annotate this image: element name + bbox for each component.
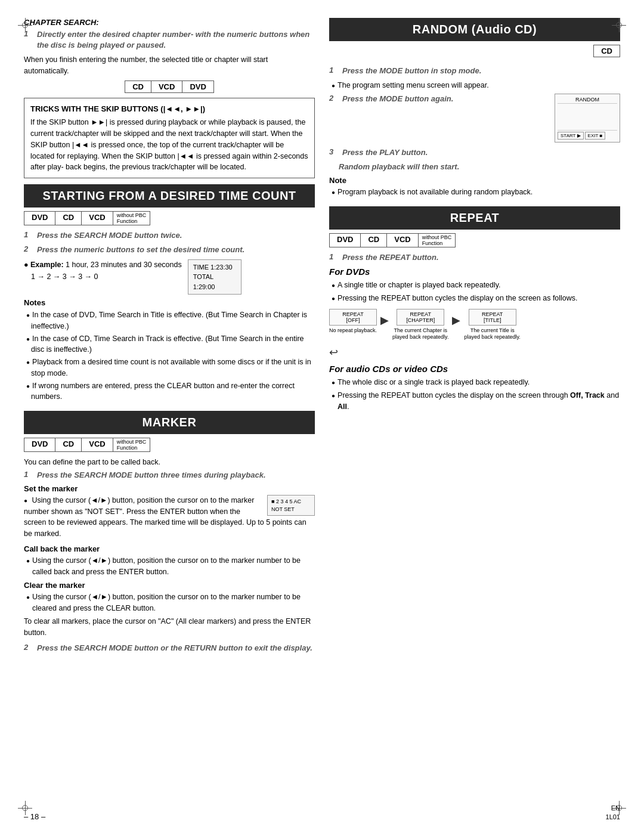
for-audio-bullet-1: The whole disc or a single track is play… <box>329 377 620 388</box>
starting-badge-dvd: DVD <box>24 212 55 225</box>
random-screen-footer: START ▶ EXIT ■ <box>558 130 617 140</box>
random-screen-box: RANDOM START ▶ EXIT ■ <box>555 94 620 143</box>
set-marker-title: Set the marker <box>24 484 315 493</box>
marker-badges: DVD CD VCD without PBC Function <box>24 438 150 452</box>
random-exit-btn: EXIT ■ <box>585 132 606 140</box>
random-badge-container: CD <box>329 45 620 62</box>
repeat-arrow-2: ▶ <box>452 314 460 327</box>
starting-badge-cd: CD <box>55 212 82 225</box>
random-step2-row: 2 Press the MODE button again. RANDOM ST… <box>329 94 620 143</box>
repeat-badge-pbc: without PBC Function <box>419 234 456 247</box>
for-audio-bullet-2: Pressing the REPEAT button cycles the di… <box>329 390 620 413</box>
marker-badge-pbc: without PBC Function <box>113 438 150 451</box>
badge-vcd: VCD <box>151 81 182 92</box>
badge-cd: CD <box>125 81 151 92</box>
note-2: In the case of CD, Time Search in Track … <box>24 333 315 356</box>
call-back-text: Using the cursor (◄/►) button, position … <box>24 555 315 578</box>
random-screen-body <box>558 105 617 129</box>
starting-section: STARTING FROM A DESIRED TIME COUNT DVD C… <box>24 184 315 402</box>
tricks-title: TRICKS WITH THE SKIP BUTTONS (|◄◄, ►►|) <box>30 103 308 115</box>
repeat-title-label: The current Title isplayed back repeated… <box>464 327 520 341</box>
left-column: CHAPTER SEARCH: 1 Directly enter the des… <box>24 18 315 660</box>
repeat-back-arrow-row: ↩ <box>329 346 620 359</box>
for-audio-title: For audio CDs or video CDs <box>329 364 620 374</box>
marker-header: MARKER <box>24 411 315 434</box>
clear-title: Clear the marker <box>24 581 315 590</box>
repeat-title-wrap: REPEAT [TITLE] The current Title isplaye… <box>464 309 520 341</box>
starting-badges: DVD CD VCD without PBC Function <box>24 211 150 225</box>
marker-step-1: 1 Press the SEARCH MODE button three tim… <box>24 470 315 481</box>
starting-step-2: 2 Press the numeric buttons to set the d… <box>24 244 315 255</box>
page: CHAPTER SEARCH: 1 Directly enter the des… <box>0 0 644 833</box>
marker-screen-box: ■ 2 3 4 5 AC NOT SET <box>267 495 315 516</box>
repeat-arrow-1: ▶ <box>380 314 389 327</box>
chapter-search-block: CHAPTER SEARCH: 1 Directly enter the des… <box>24 18 315 178</box>
for-dvds-bullet-2: Pressing the REPEAT button cycles the di… <box>329 293 620 304</box>
for-dvds-title: For DVDs <box>329 267 620 277</box>
note-3: Playback from a desired time count is no… <box>24 357 315 379</box>
random-note-program: Program playback is not available during… <box>329 187 620 198</box>
repeat-off-label: No repeat playback. <box>329 327 377 335</box>
repeat-back-arrow: ↩ <box>329 346 338 359</box>
starting-badge-vcd: VCD <box>82 212 113 225</box>
marker-badge-cd: CD <box>55 438 82 451</box>
right-column: RANDOM (Audio CD) CD CD CD <box>329 18 620 660</box>
time-display-line2: TOTAL 1:29:00 <box>193 272 236 292</box>
chapter-note-1: When you finish entering the number, the… <box>24 54 315 77</box>
marker-badge-vcd: VCD <box>82 438 113 451</box>
starting-badge-pbc: without PBC Function <box>113 212 150 225</box>
starting-step-1: 1 Press the SEARCH MODE button twice. <box>24 230 315 241</box>
page-number: – 18 – <box>24 812 45 821</box>
example-text-block: ● Example: 1 hour, 23 minutes and 30 sec… <box>24 259 182 283</box>
random-note-1: The program setting menu screen will app… <box>329 80 620 91</box>
chapter-search-badges: CD VCD DVD <box>125 80 214 93</box>
random-screen-title: RANDOM <box>558 97 617 104</box>
repeat-section: REPEAT DVD CD VCD without PBC Function 1… <box>329 206 620 412</box>
example-row: ● Example: 1 hour, 23 minutes and 30 sec… <box>24 259 315 295</box>
random-step-3: 3 Press the PLAY button. <box>329 147 620 158</box>
time-display-box: TIME 1:23:30 TOTAL 1:29:00 <box>188 259 242 295</box>
random-step2-text: 2 Press the MODE button again. <box>329 94 549 108</box>
repeat-badges: DVD CD VCD without PBC Function <box>329 233 456 247</box>
example-sequence: 1 → 2 → 3 → 3 → 0 <box>31 271 182 283</box>
random-header: RANDOM (Audio CD) <box>329 18 620 41</box>
tricks-body: If the SKIP button ►►| is pressed during… <box>30 117 308 173</box>
random-step-1: 1 Press the MODE button in stop mode. <box>329 66 620 76</box>
random-badge-cd3: CD <box>594 45 620 57</box>
marker-intro: You can define the part to be called bac… <box>24 457 315 468</box>
repeat-badge-cd: CD <box>361 234 387 247</box>
set-marker-block: ■ 2 3 4 5 AC NOT SET Using the cursor (◄… <box>24 495 315 540</box>
call-back-title: Call back the marker <box>24 544 315 553</box>
random-section: RANDOM (Audio CD) CD CD CD <box>329 18 620 198</box>
random-note-title: Note <box>329 176 620 185</box>
page-code: EN 1L01 <box>606 804 620 821</box>
for-dvds-bullet-1: A single title or chapter is played back… <box>329 280 620 291</box>
clear-text-1: Using the cursor (◄/►) button, position … <box>24 592 315 614</box>
repeat-diagram: REPEAT [OFF] No repeat playback. ▶ REPEA… <box>329 309 620 341</box>
repeat-title-box: REPEAT [TITLE] <box>469 309 516 326</box>
repeat-off-wrap: REPEAT [OFF] No repeat playback. <box>329 309 377 335</box>
notes-title: Notes <box>24 298 315 307</box>
repeat-chapter-label: The current Chapter isplayed back repeat… <box>392 327 448 341</box>
repeat-chapter-box: REPEAT [CHAPTER] <box>397 309 444 326</box>
notes-block: Notes In the case of DVD, Time Search in… <box>24 298 315 402</box>
repeat-badge-vcd: VCD <box>387 234 418 247</box>
marker-badge-dvd: DVD <box>24 438 55 451</box>
tricks-block: TRICKS WITH THE SKIP BUTTONS (|◄◄, ►►|) … <box>24 98 315 178</box>
repeat-badge-dvd: DVD <box>330 234 361 247</box>
repeat-chapter-wrap: REPEAT [CHAPTER] The current Chapter isp… <box>392 309 448 341</box>
chapter-step-1: 1 Directly enter the desired chapter num… <box>24 29 315 51</box>
repeat-header: REPEAT <box>329 206 620 230</box>
random-cd-badge: CD <box>593 45 620 57</box>
note-4: If wrong numbers are entered, press the … <box>24 380 315 403</box>
repeat-step-1: 1 Press the REPEAT button. <box>329 252 620 263</box>
chapter-search-title: CHAPTER SEARCH: <box>24 18 315 27</box>
crosshair-top-left <box>18 18 32 32</box>
marker-step-2: 2 Press the SEARCH MODE button or the RE… <box>24 643 315 654</box>
crosshair-top-right <box>612 18 626 32</box>
random-start-btn: START ▶ <box>558 132 584 140</box>
note-1: In the case of DVD, Time Search in Title… <box>24 309 315 332</box>
badge-dvd: DVD <box>182 81 213 92</box>
marker-section: MARKER DVD CD VCD without PBC Function Y… <box>24 411 315 654</box>
time-display-line1: TIME 1:23:30 <box>193 262 236 272</box>
